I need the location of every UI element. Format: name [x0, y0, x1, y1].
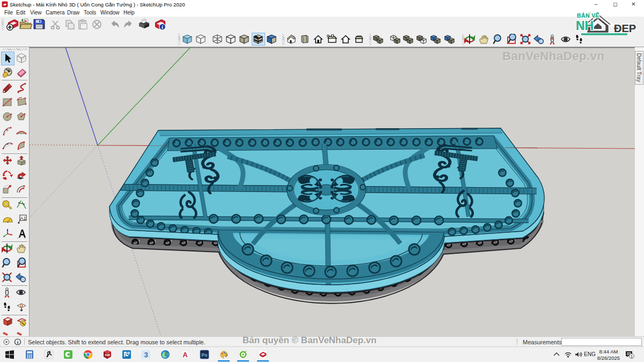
svg-text:3: 3: [144, 351, 148, 359]
svg-text:1: 1: [631, 354, 633, 359]
svg-text:A1: A1: [20, 216, 26, 221]
svg-text:ĐẸP: ĐẸP: [614, 23, 636, 34]
svg-text:BẢN VẼ: BẢN VẼ: [577, 12, 599, 19]
svg-text:SW: SW: [105, 353, 110, 357]
svg-text:i: i: [162, 24, 163, 30]
svg-text:A: A: [182, 351, 187, 359]
svg-text:NH: NH: [576, 19, 594, 33]
svg-text:i: i: [17, 339, 19, 345]
svg-text:Ps: Ps: [201, 352, 207, 358]
